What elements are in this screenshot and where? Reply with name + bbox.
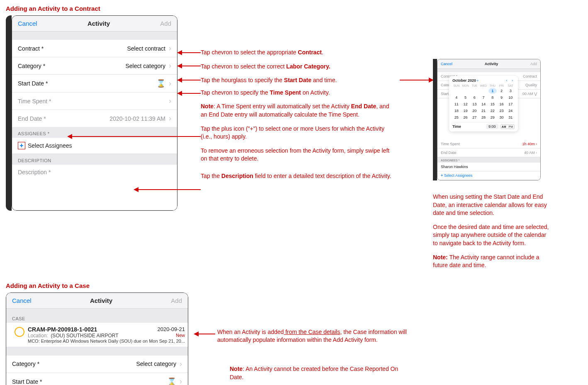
ampm-toggle[interactable]: AMPM — [500, 124, 515, 129]
calendar-popup[interactable]: October 2020 › ‹ › SUNMONTUEWEDTHUFRISAT… — [449, 76, 518, 132]
screen-title: Activity — [87, 20, 110, 27]
add-button-case[interactable]: Add — [171, 297, 182, 304]
case-date: 2020-09-21 — [158, 326, 185, 332]
row-category-case[interactable]: Category * Select category› — [6, 356, 188, 373]
section-heading-case: Adding an Activity to a Case — [6, 282, 582, 289]
caltext-p3: Note: The Activity range cannot include … — [433, 253, 549, 270]
calendar-nav-arrows[interactable]: ‹ › — [506, 78, 515, 83]
section-heading-contract: Adding an Activity to a Contract — [6, 5, 582, 12]
row-category[interactable]: Category * Select category› — [12, 57, 177, 75]
caltext-p2: Once the desired date and time are selec… — [433, 223, 549, 248]
label-select-assignees: Select Assignees — [28, 142, 72, 149]
case-section-header: CASE — [6, 309, 188, 323]
cancel-button-small[interactable]: Cancel — [441, 62, 452, 66]
description-header: DESCRIPTION — [12, 154, 177, 165]
description-input[interactable]: Description * — [12, 165, 177, 210]
chevron-right-icon: › — [180, 377, 182, 385]
sm-row-end-date[interactable]: End Date40 AM › — [437, 149, 540, 157]
row-start-date[interactable]: Start Date * ⌛› — [12, 75, 177, 93]
case-schedule: MCO: Enterprise AD Windows Network Daily… — [28, 339, 185, 344]
cancel-button-case[interactable]: Cancel — [12, 297, 32, 304]
row-end-date[interactable]: End Date * 2020-10-02 11:39 AM› — [12, 110, 177, 127]
time-label: Time — [452, 124, 461, 129]
value-category-case: Select category — [136, 361, 177, 367]
device-bezel — [6, 15, 12, 211]
sm-assignee-name: Sharon Hawkins — [437, 163, 540, 171]
screen-title-small: Activity — [485, 62, 498, 66]
label-contract: Contract * — [18, 45, 44, 52]
screen-title-case: Activity — [90, 297, 112, 304]
time-value[interactable]: 9:00 — [486, 124, 498, 129]
value-contract: Select contract — [127, 45, 165, 52]
plus-icon[interactable]: + — [18, 142, 25, 149]
label-category: Category * — [18, 63, 45, 69]
add-button-small[interactable]: Add — [530, 62, 537, 66]
row-contract[interactable]: Contract * Select contract› — [12, 40, 177, 57]
case-loc-value: (SOU) SOUTHSIDE AIRPORT — [51, 333, 118, 339]
chevron-right-icon: › — [169, 44, 171, 53]
sm-select-assignees[interactable]: + Select Assignees — [437, 171, 540, 180]
label-start-date-case: Start Date * — [12, 378, 42, 385]
case-icon — [15, 327, 24, 337]
label-time-spent: Time Spent * — [18, 98, 51, 105]
hourglass-icon[interactable]: ⌛ — [167, 377, 176, 385]
annot-case-autopop: When an Activity is added from the Case … — [217, 328, 412, 344]
label-end-date: End Date * — [18, 115, 46, 122]
hourglass-icon[interactable]: ⌛ — [156, 79, 165, 88]
chevron-right-icon: › — [169, 97, 171, 105]
calendar-month[interactable]: October 2020 › — [452, 78, 479, 83]
value-end-date: 2020-10-02 11:39 AM — [109, 115, 165, 122]
row-start-date-case[interactable]: Start Date * ⌛› — [6, 373, 188, 385]
activity-form-contract: Cancel Activity Add Contract * Select co… — [12, 15, 177, 211]
activity-form-case: Cancel Activity Add CASE CRAM-PM-200918-… — [6, 292, 188, 385]
row-select-assignees[interactable]: + Select Assignees — [12, 138, 177, 154]
sm-row-time-spent[interactable]: Time Spent1h 40m › — [437, 140, 540, 149]
cancel-button[interactable]: Cancel — [18, 20, 37, 27]
case-id: CRAM-PM-200918-1-0021 — [28, 326, 97, 333]
case-item[interactable]: CRAM-PM-200918-1-0021 2020-09-21 Locatio… — [6, 323, 188, 347]
label-start-date: Start Date * — [18, 80, 48, 87]
case-loc-label: Location: — [28, 333, 48, 339]
add-button[interactable]: Add — [160, 20, 171, 27]
chevron-right-icon: › — [169, 61, 171, 70]
chevron-right-icon: › — [169, 114, 171, 123]
sm-assignees-header: ASSIGNEES * — [437, 157, 540, 163]
value-category: Select category — [126, 63, 166, 69]
chevron-right-icon: › — [180, 360, 182, 368]
label-category-case: Category * — [12, 361, 39, 367]
case-status-new: New — [176, 333, 185, 339]
chevron-right-icon: › — [169, 79, 171, 88]
row-time-spent[interactable]: Time Spent * › — [12, 93, 177, 110]
caltext-p1: When using setting the Start Date and En… — [433, 193, 549, 217]
activity-form-calendar: Cancel Activity Add Contract *Contract C… — [437, 59, 541, 180]
annot-case-note1: Note: An Activity cannot be created befo… — [230, 365, 412, 381]
